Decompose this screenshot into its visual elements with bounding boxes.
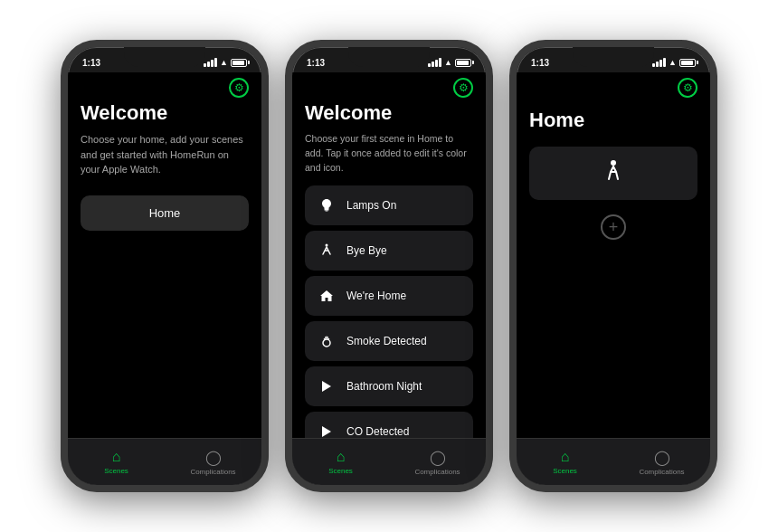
scene-list-2: Lamps On Bye Bye: [305, 185, 473, 438]
scene-werehome-label: We're Home: [346, 290, 406, 302]
lamp-icon: [316, 195, 337, 216]
welcome-title-2: Welcome: [305, 101, 473, 125]
gear-icon-2[interactable]: ⚙: [453, 78, 473, 98]
svg-marker-4: [322, 381, 331, 392]
screen-header-1: ⚙: [68, 72, 261, 101]
scene-bathroom-night[interactable]: Bathroom Night: [305, 366, 473, 406]
phone-3: 1:13 ▲ ⚙ Home: [509, 40, 717, 492]
add-button-row[interactable]: +: [529, 207, 697, 247]
screen-body-2: Welcome Choose your first scene in Home …: [292, 101, 486, 438]
svg-rect-0: [325, 209, 329, 211]
svg-point-2: [326, 244, 328, 247]
home-title: Home: [529, 109, 697, 132]
home-screen-body: Home +: [517, 101, 710, 438]
signal-icon-1: [204, 58, 217, 67]
scene-were-home[interactable]: We're Home: [305, 276, 473, 316]
tab-scenes-label-1: Scenes: [104, 467, 128, 475]
svg-point-3: [323, 339, 330, 347]
tab-scenes-3[interactable]: ⌂ Scenes: [517, 449, 613, 475]
svg-rect-1: [326, 211, 328, 212]
signal-icon-3: [652, 58, 666, 67]
scene-lamps-label: Lamps On: [346, 199, 396, 212]
scene-lamps-on[interactable]: Lamps On: [305, 185, 473, 225]
add-circle-icon[interactable]: +: [601, 214, 626, 240]
signal-icon-2: [428, 58, 441, 67]
gear-icon-3[interactable]: ⚙: [678, 78, 697, 98]
watch-icon-tab-3: ◯: [654, 449, 670, 466]
status-icons-3: ▲: [652, 58, 696, 67]
tab-scenes-label-2: Scenes: [328, 467, 353, 475]
wifi-icon-1: ▲: [220, 58, 228, 67]
walk-icon: [316, 240, 337, 261]
screen-2: ⚙ Welcome Choose your first scene in Hom…: [292, 72, 486, 438]
time-2: 1:13: [307, 58, 325, 68]
house-icon-tab-2: ⌂: [337, 449, 346, 465]
tab-complications-label-3: Complications: [639, 468, 684, 476]
gear-icon-1[interactable]: ⚙: [229, 78, 249, 98]
notch-2: [348, 47, 430, 67]
notch-3: [573, 47, 654, 67]
tab-complications-1[interactable]: ◯ Complications: [165, 449, 261, 476]
status-icons-1: ▲: [204, 58, 247, 67]
tab-complications-label-2: Complications: [414, 468, 460, 476]
battery-icon-1: [231, 59, 247, 67]
welcome-desc-1: Choose your home, add your scenes and ge…: [81, 132, 249, 177]
time-3: 1:13: [531, 58, 549, 68]
scene-co-detected[interactable]: CO Detected: [305, 412, 473, 438]
watch-icon-tab-2: ◯: [430, 449, 446, 466]
tab-complications-2[interactable]: ◯ Complications: [389, 449, 486, 476]
welcome-title-1: Welcome: [81, 101, 249, 125]
tab-bar-2: ⌂ Scenes ◯ Complications: [292, 438, 486, 485]
notch-1: [124, 47, 205, 67]
battery-icon-2: [455, 59, 471, 67]
svg-marker-5: [322, 426, 331, 437]
tab-scenes-1[interactable]: ⌂ Scenes: [68, 449, 165, 475]
status-icons-2: ▲: [428, 58, 471, 67]
wifi-icon-2: ▲: [444, 58, 452, 67]
screen-3: ⚙ Home +: [517, 72, 710, 438]
person-icon: [603, 159, 623, 187]
scene-desc-2: Choose your first scene in Home to add. …: [305, 132, 473, 175]
scene-byebye-label: Bye Bye: [346, 244, 387, 257]
smoke-icon: [316, 330, 337, 352]
battery-icon-3: [679, 59, 696, 67]
tab-bar-1: ⌂ Scenes ◯ Complications: [68, 438, 261, 485]
tab-scenes-label-3: Scenes: [553, 467, 577, 475]
scene-smoke[interactable]: Smoke Detected: [305, 321, 473, 361]
scene-smoke-label: Smoke Detected: [346, 335, 427, 347]
tab-complications-3[interactable]: ◯ Complications: [613, 449, 710, 476]
home-button-1[interactable]: Home: [81, 195, 249, 231]
wifi-icon-3: ▲: [669, 58, 677, 67]
screen-header-2: ⚙: [292, 72, 486, 101]
tab-bar-3: ⌂ Scenes ◯ Complications: [517, 438, 710, 485]
watch-icon-tab-1: ◯: [205, 449, 222, 466]
house-icon-tab-1: ⌂: [112, 449, 121, 465]
house-icon-tab-3: ⌂: [561, 449, 570, 465]
watch-face-row[interactable]: [529, 147, 697, 200]
svg-point-6: [611, 160, 616, 166]
scene-co-label: CO Detected: [346, 425, 409, 438]
screen-body-1: Welcome Choose your home, add your scene…: [68, 101, 261, 438]
screen-1: ⚙ Welcome Choose your home, add your sce…: [68, 72, 261, 438]
tab-complications-label-1: Complications: [190, 468, 235, 476]
screen-header-3: ⚙: [517, 72, 710, 101]
phone-2: 1:13 ▲ ⚙ Welcome Choose your first scene…: [285, 40, 493, 492]
phone-1: 1:13 ▲ ⚙ Welcome Choose your home, add y…: [61, 40, 269, 492]
scene-bathroom-label: Bathroom Night: [346, 380, 422, 393]
play-icon-bathroom: [316, 375, 337, 397]
play-icon-co: [316, 421, 337, 438]
tab-scenes-2[interactable]: ⌂ Scenes: [292, 449, 389, 475]
home-icon: [316, 285, 337, 307]
time-1: 1:13: [82, 58, 100, 68]
scene-bye-bye[interactable]: Bye Bye: [305, 231, 473, 271]
